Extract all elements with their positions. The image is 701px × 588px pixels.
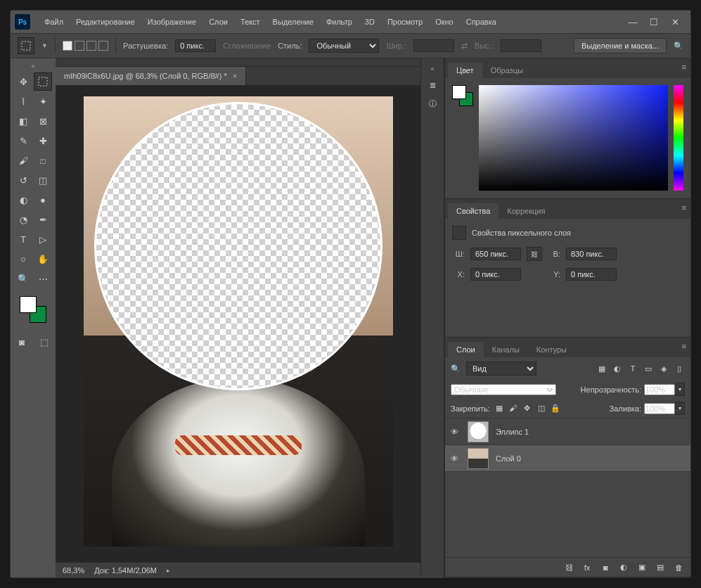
menu-help[interactable]: Справка — [461, 15, 502, 29]
healing-tool[interactable]: ✚ — [34, 132, 52, 150]
lock-pixels-icon[interactable]: ▦ — [494, 404, 504, 413]
app-logo[interactable]: Ps — [15, 14, 30, 30]
maximize-button[interactable]: ☐ — [650, 18, 658, 26]
link-layers-icon[interactable]: ⛓ — [564, 563, 574, 572]
visibility-toggle[interactable]: 👁 — [451, 454, 461, 463]
panel-menu-icon[interactable]: ≡ — [682, 63, 686, 71]
selection-new[interactable] — [63, 41, 72, 51]
path-select-tool[interactable]: ▷ — [34, 230, 52, 248]
zoom-tool[interactable]: 🔍 — [14, 269, 32, 288]
filter-toggle-icon[interactable]: ▯ — [674, 364, 685, 373]
panel-menu-icon[interactable]: ≡ — [682, 342, 686, 350]
selection-add[interactable] — [75, 41, 84, 51]
layer-name[interactable]: Слой 0 — [496, 454, 521, 463]
color-mini-swatches[interactable] — [452, 85, 473, 106]
zoom-level[interactable]: 68,3% — [63, 566, 84, 575]
menu-select[interactable]: Выделение — [267, 15, 319, 29]
move-tool[interactable]: ✥ — [14, 72, 32, 91]
foreground-color-swatch[interactable] — [20, 296, 37, 313]
menu-file[interactable]: Файл — [39, 15, 69, 29]
opacity-input[interactable] — [644, 384, 675, 395]
more-tools[interactable]: ⋯ — [34, 269, 52, 288]
document-tab[interactable]: mIh09iC8x6U.jpg @ 68,3% (Слой 0, RGB/8#)… — [56, 67, 246, 85]
visibility-toggle[interactable]: 👁 — [451, 428, 461, 436]
delete-layer-icon[interactable]: 🗑 — [674, 563, 683, 572]
gradient-tool[interactable]: ◐ — [14, 191, 32, 209]
filter-type-icon[interactable]: T — [627, 364, 638, 373]
tab-channels[interactable]: Каналы — [484, 342, 528, 357]
minimize-button[interactable]: — — [629, 18, 637, 26]
select-and-mask-button[interactable]: Выделение и маска... — [574, 38, 667, 53]
lock-artboard-icon[interactable]: ◫ — [536, 404, 546, 413]
search-icon[interactable]: 🔍 — [674, 41, 683, 51]
doc-size[interactable]: Док: 1,54M/2,06M — [94, 566, 157, 575]
menu-layer[interactable]: Слои — [203, 15, 233, 29]
filter-kind-select[interactable]: Вид — [466, 362, 536, 376]
color-swatches[interactable] — [20, 296, 46, 323]
dodge-tool[interactable]: ◔ — [14, 210, 32, 229]
panel-menu-icon[interactable]: ≡ — [682, 203, 686, 212]
group-icon[interactable]: ▣ — [637, 563, 647, 572]
fill-input[interactable] — [644, 403, 675, 414]
menu-filter[interactable]: Фильтр — [321, 15, 358, 29]
close-button[interactable]: ✕ — [671, 18, 679, 26]
link-wh-button[interactable]: ⛓ — [527, 247, 542, 261]
expand-icon[interactable]: « — [430, 65, 434, 72]
layer-thumbnail[interactable] — [468, 448, 489, 469]
opacity-dropdown[interactable]: ▾ — [675, 383, 685, 396]
status-menu-icon[interactable]: ▸ — [167, 567, 170, 574]
frame-tool[interactable]: ⊠ — [34, 112, 52, 130]
magic-wand-tool[interactable]: ✦ — [34, 92, 52, 110]
eraser-tool[interactable]: ◫ — [34, 171, 52, 189]
history-icon[interactable]: ≣ — [430, 81, 436, 90]
feather-input[interactable] — [175, 39, 216, 52]
lasso-tool[interactable]: ⌇ — [14, 92, 32, 110]
style-select[interactable]: Обычный — [309, 39, 379, 53]
color-field[interactable] — [479, 85, 668, 191]
lock-paint-icon[interactable]: 🖌 — [508, 404, 518, 413]
menu-type[interactable]: Текст — [235, 15, 266, 29]
layer-mask-icon[interactable]: ◙ — [600, 563, 610, 572]
tab-layers[interactable]: Слои — [448, 342, 484, 357]
document[interactable] — [84, 96, 393, 547]
menu-image[interactable]: Изображение — [142, 15, 202, 29]
layer-row[interactable]: 👁 Слой 0 — [445, 445, 690, 472]
new-layer-icon[interactable]: ▤ — [655, 563, 665, 572]
hue-slider[interactable] — [674, 85, 683, 191]
canvas[interactable] — [56, 85, 420, 562]
blend-mode-select[interactable]: Обычные — [451, 384, 556, 395]
fg-swatch[interactable] — [452, 85, 466, 99]
tab-adjustments[interactable]: Коррекция — [499, 203, 553, 219]
close-tab-icon[interactable]: × — [233, 72, 237, 80]
layer-row[interactable]: 👁 Эллипс 1 — [445, 418, 690, 445]
filter-pixel-icon[interactable]: ▦ — [596, 364, 607, 373]
tools-collapse-icon[interactable]: « — [31, 63, 34, 70]
selection-subtract[interactable] — [86, 41, 96, 51]
menu-edit[interactable]: Редактирование — [70, 15, 141, 29]
adjustment-layer-icon[interactable]: ◐ — [619, 563, 629, 572]
quickmask-toggle[interactable]: ◙ — [13, 333, 31, 351]
menu-3d[interactable]: 3D — [359, 15, 380, 29]
type-tool[interactable]: T — [14, 230, 32, 248]
tab-properties[interactable]: Свойства — [448, 203, 499, 219]
screenmode-toggle[interactable]: ⬚ — [35, 333, 53, 351]
filter-smart-icon[interactable]: ◈ — [658, 364, 669, 373]
menu-view[interactable]: Просмотр — [382, 15, 428, 29]
y-input[interactable] — [566, 268, 617, 281]
stamp-tool[interactable]: ⏍ — [34, 151, 52, 170]
width-input[interactable] — [470, 248, 521, 260]
lock-position-icon[interactable]: ✥ — [522, 404, 532, 413]
layer-fx-icon[interactable]: fx — [582, 563, 592, 572]
tab-paths[interactable]: Контуры — [528, 342, 575, 357]
marquee-tool-indicator[interactable] — [18, 37, 34, 54]
blur-tool[interactable]: ● — [34, 191, 52, 209]
filter-shape-icon[interactable]: ▭ — [643, 364, 654, 373]
pen-tool[interactable]: ✒ — [34, 210, 52, 229]
x-input[interactable] — [470, 268, 521, 281]
chevron-down-icon[interactable]: ▼ — [41, 42, 48, 49]
info-icon[interactable]: ⓘ — [429, 98, 437, 109]
hand-tool[interactable]: ✋ — [34, 250, 52, 268]
marquee-tool[interactable] — [34, 72, 52, 91]
height-input[interactable] — [566, 248, 617, 260]
eyedropper-tool[interactable]: ✎ — [14, 132, 32, 150]
